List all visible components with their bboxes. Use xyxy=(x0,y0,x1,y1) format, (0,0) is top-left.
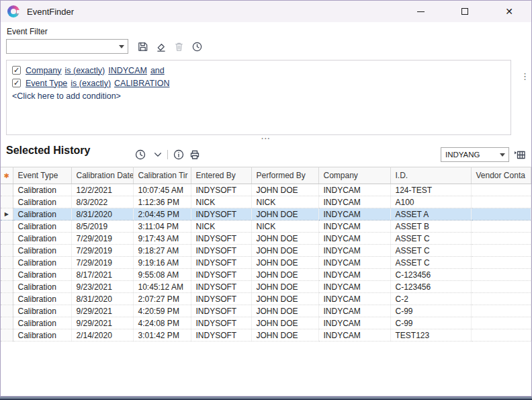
layout-view-button[interactable] xyxy=(511,147,527,163)
grid-column-header[interactable]: Vendor Conta xyxy=(471,167,531,184)
grid-cell[interactable]: ASSET A xyxy=(390,208,471,221)
grid-cell[interactable]: INDYCAM xyxy=(318,305,390,317)
grid-cell[interactable]: Calibration xyxy=(13,293,71,305)
grid-cell[interactable]: 2:04:45 PM xyxy=(133,208,191,221)
grid-column-header[interactable]: Event Type xyxy=(13,167,71,184)
grid-cell[interactable]: 9/29/2021 xyxy=(71,317,133,329)
grid-cell[interactable]: INDYCAM xyxy=(318,245,390,257)
condition-conjunction[interactable]: and xyxy=(150,66,165,75)
grid-column-header[interactable]: Calibration Date xyxy=(71,167,133,184)
grid-cell[interactable]: C-123456 xyxy=(390,281,471,293)
grid-cell[interactable]: NICK xyxy=(191,196,251,208)
grid-cell[interactable] xyxy=(471,196,531,208)
grid-cell[interactable]: Calibration xyxy=(13,317,71,329)
grid-cell[interactable]: 9:55:08 AM xyxy=(133,269,191,281)
grid-cell[interactable]: INDYSOFT xyxy=(191,257,251,269)
grid-cell[interactable] xyxy=(471,281,531,293)
filter-history-button[interactable] xyxy=(189,38,205,54)
grid-cell[interactable]: ASSET C xyxy=(390,233,471,245)
table-row[interactable]: Calibration9/29/20214:20:59 PMINDYSOFTJO… xyxy=(1,305,531,317)
filter-preset-combobox[interactable] xyxy=(6,39,128,54)
grid-cell[interactable]: INDYSOFT xyxy=(191,317,251,329)
table-row[interactable]: ▶Calibration8/31/20202:04:45 PMINDYSOFTJ… xyxy=(1,208,531,221)
grid-cell[interactable]: Calibration xyxy=(13,208,71,221)
grid-cell[interactable]: 9:17:43 AM xyxy=(133,233,191,245)
grid-cell[interactable]: INDYSOFT xyxy=(191,245,251,257)
condition-value[interactable]: INDYCAM xyxy=(108,66,147,75)
grid-cell[interactable] xyxy=(471,257,531,269)
grid-cell[interactable]: INDYSOFT xyxy=(191,305,251,317)
grid-cell[interactable] xyxy=(471,184,531,196)
grid-cell[interactable]: 8/5/2019 xyxy=(71,221,133,233)
grid-cell[interactable]: ASSET B xyxy=(390,221,471,233)
grid-cell[interactable] xyxy=(471,221,531,233)
grid-cell[interactable]: 8/31/2020 xyxy=(71,293,133,305)
grid-cell[interactable]: Calibration xyxy=(13,269,71,281)
grid-cell[interactable]: 4:24:08 PM xyxy=(133,317,191,329)
grid-cell[interactable]: JOHN DOE xyxy=(251,305,318,317)
table-row[interactable]: Calibration8/3/20221:12:36 PMNICKNICKIND… xyxy=(1,196,531,208)
table-row[interactable]: Calibration7/29/20199:17:43 AMINDYSOFTJO… xyxy=(1,233,531,245)
grid-cell[interactable]: Calibration xyxy=(13,196,71,208)
grid-cell[interactable]: 1:12:36 PM xyxy=(133,196,191,208)
grid-cell[interactable]: INDYCAM xyxy=(318,317,390,329)
grid-cell[interactable]: INDYCAM xyxy=(318,208,390,221)
grid-cell[interactable]: INDYCAM xyxy=(318,233,390,245)
history-dropdown-button[interactable] xyxy=(150,147,166,163)
grid-cell[interactable]: JOHN DOE xyxy=(251,233,318,245)
grid-cell[interactable]: INDYCAM xyxy=(318,196,390,208)
grid-cell[interactable]: NICK xyxy=(251,196,318,208)
grid-cell[interactable]: C-99 xyxy=(390,317,471,329)
grid-cell[interactable]: 9/23/2021 xyxy=(71,281,133,293)
condition-operator[interactable]: is (exactly) xyxy=(65,66,105,75)
grid-cell[interactable]: 3:01:42 PM xyxy=(133,329,191,342)
grid-cell[interactable]: 12/2/2021 xyxy=(71,184,133,196)
condition-value[interactable]: CALIBRATION xyxy=(114,79,169,88)
close-button[interactable]: ✕ xyxy=(487,1,531,22)
row-indicator[interactable] xyxy=(1,317,13,329)
grid-cell[interactable] xyxy=(471,293,531,305)
grid-cell[interactable]: C-99 xyxy=(390,305,471,317)
grid-cell[interactable]: 9/29/2021 xyxy=(71,305,133,317)
row-indicator[interactable] xyxy=(1,245,13,257)
row-indicator[interactable] xyxy=(1,293,13,305)
row-indicator[interactable] xyxy=(1,221,13,233)
grid-cell[interactable]: JOHN DOE xyxy=(251,293,318,305)
grid-cell[interactable]: ASSET C xyxy=(390,245,471,257)
table-row[interactable]: Calibration2/14/20203:01:42 PMINDYSOFTJO… xyxy=(1,329,531,342)
grid-cell[interactable] xyxy=(471,233,531,245)
grid-cell[interactable]: Calibration xyxy=(13,221,71,233)
grid-cell[interactable]: INDYSOFT xyxy=(191,329,251,342)
vertical-splitter-handle[interactable]: ⋮ xyxy=(521,74,529,89)
grid-column-header[interactable]: Company xyxy=(318,167,390,184)
grid-cell[interactable]: JOHN DOE xyxy=(251,329,318,342)
row-indicator[interactable] xyxy=(1,196,13,208)
grid-cell[interactable]: 10:45:12 AM xyxy=(133,281,191,293)
condition-field[interactable]: Event Type xyxy=(26,79,67,88)
grid-cell[interactable]: 8/17/2021 xyxy=(71,269,133,281)
row-indicator[interactable] xyxy=(1,184,13,196)
grid-cell[interactable]: INDYSOFT xyxy=(191,269,251,281)
grid-cell[interactable]: 7/29/2019 xyxy=(71,245,133,257)
grid-cell[interactable]: A100 xyxy=(390,196,471,208)
history-time-button[interactable] xyxy=(132,147,148,163)
grid-cell[interactable]: INDYCAM xyxy=(318,184,390,196)
grid-cell[interactable]: 3:11:04 PM xyxy=(133,221,191,233)
table-row[interactable]: Calibration9/23/202110:45:12 AMINDYSOFTJ… xyxy=(1,281,531,293)
grid-cell[interactable]: JOHN DOE xyxy=(251,257,318,269)
grid-cell[interactable]: JOHN DOE xyxy=(251,317,318,329)
grid-column-header[interactable]: Calibration Tir xyxy=(133,167,191,184)
grid-cell[interactable]: INDYCAM xyxy=(318,281,390,293)
grid-cell[interactable]: 9:19:16 AM xyxy=(133,257,191,269)
row-indicator[interactable] xyxy=(1,305,13,317)
grid-cell[interactable]: 7/29/2019 xyxy=(71,233,133,245)
grid-cell[interactable]: Calibration xyxy=(13,257,71,269)
grid-cell[interactable]: 8/3/2022 xyxy=(71,196,133,208)
condition-checkbox[interactable]: ✓ xyxy=(12,79,21,87)
grid-cell[interactable]: C-123456 xyxy=(390,269,471,281)
grid-cell[interactable]: INDYCAM xyxy=(318,257,390,269)
clear-filter-button[interactable] xyxy=(152,38,169,54)
grid-cell[interactable]: 9:18:27 AM xyxy=(133,245,191,257)
grid-cell[interactable] xyxy=(471,269,531,281)
print-button[interactable] xyxy=(187,147,203,163)
